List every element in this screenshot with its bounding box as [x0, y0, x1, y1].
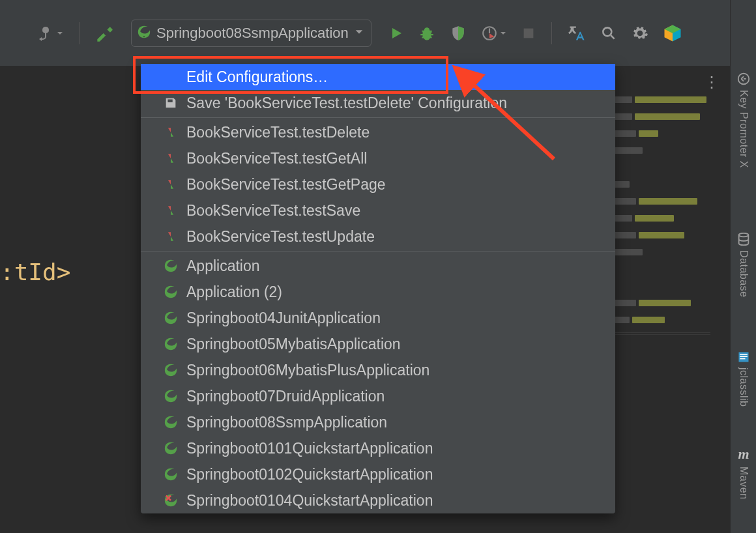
profiler-button[interactable] [478, 22, 510, 44]
jetbrains-toolbox-icon[interactable] [660, 21, 685, 46]
debug-button[interactable] [416, 22, 438, 44]
menu-run-config-app[interactable]: Springboot07DruidApplication [141, 383, 615, 409]
menu-run-config-app-error[interactable]: Springboot0104QuickstartApplication [141, 487, 615, 513]
svg-point-3 [603, 27, 611, 36]
vcs-button[interactable] [35, 23, 66, 44]
menu-run-config-app[interactable]: Springboot04JunitApplication [141, 305, 615, 331]
spring-error-icon [163, 493, 179, 508]
build-button[interactable] [93, 22, 117, 45]
menu-run-config-app[interactable]: Application [141, 253, 615, 279]
menu-run-config-app[interactable]: Springboot08SsmpApplication [141, 409, 615, 435]
menu-run-config-test[interactable]: BookServiceTest.testDelete [141, 119, 615, 145]
menu-item-label: BookServiceTest.testGetAll [186, 150, 367, 167]
menu-item-label: Springboot06MybatisPlusApplication [186, 362, 429, 379]
menu-item-label: Springboot0101QuickstartApplication [186, 440, 433, 457]
svg-rect-2 [523, 28, 533, 38]
menu-run-config-app[interactable]: Application (2) [141, 279, 615, 305]
spring-icon [163, 284, 179, 300]
svg-rect-8 [740, 356, 748, 357]
spring-icon [163, 362, 179, 378]
spring-icon [163, 440, 179, 456]
menu-item-label: Springboot0102QuickstartApplication [186, 466, 433, 483]
menu-run-config-app[interactable]: Springboot0101QuickstartApplication [141, 435, 615, 461]
svg-point-5 [739, 233, 749, 237]
menu-item-label: Springboot0104QuickstartApplication [186, 492, 433, 510]
menu-run-config-test[interactable]: BookServiceTest.testGetPage [141, 171, 615, 197]
chevron-down-icon [354, 27, 364, 40]
menu-run-config-app[interactable]: Springboot0102QuickstartApplication [141, 461, 615, 487]
spring-icon [163, 310, 179, 326]
menu-edit-configurations[interactable]: Edit Configurations… [141, 64, 615, 90]
menu-item-label: BookServiceTest.testDelete [186, 124, 370, 141]
run-config-label: Springboot08SsmpApplication [156, 25, 349, 42]
minimap-viewport [610, 332, 710, 335]
coverage-button[interactable] [447, 22, 469, 44]
save-icon [163, 95, 179, 111]
separator [80, 22, 80, 44]
menu-run-config-app[interactable]: Springboot06MybatisPlusApplication [141, 357, 615, 383]
more-menu-button[interactable]: ⋮ [704, 73, 721, 91]
menu-run-config-test[interactable]: BookServiceTest.testSave [141, 197, 615, 223]
run-config-selector[interactable]: Springboot08SsmpApplication [131, 20, 371, 47]
tool-window-maven[interactable]: m Maven [731, 446, 756, 500]
menu-run-config-app[interactable]: Springboot05MybatisApplication [141, 331, 615, 357]
menu-run-config-test[interactable]: BookServiceTest.testUpdate [141, 223, 615, 250]
svg-rect-9 [740, 358, 745, 360]
stop-button[interactable] [519, 23, 538, 43]
menu-item-label: BookServiceTest.testGetPage [186, 176, 386, 194]
settings-button[interactable] [629, 22, 651, 44]
spring-icon [163, 336, 179, 352]
menu-item-label: Springboot08SsmpApplication [186, 414, 387, 431]
tool-window-jclasslib[interactable]: jclasslib [731, 351, 756, 407]
right-tool-window-bar: Key Promoter X Database jclasslib m Mave… [730, 0, 756, 533]
menu-item-label: Springboot04JunitApplication [186, 310, 381, 327]
spring-icon [137, 25, 151, 42]
menu-item-label: Edit Configurations… [186, 68, 328, 86]
tool-window-key-promoter[interactable]: Key Promoter X [731, 72, 756, 168]
menu-save-configuration[interactable]: Save 'BookServiceTest.testDelete' Config… [141, 90, 615, 116]
code-minimap [610, 96, 710, 334]
menu-separator [141, 251, 615, 252]
menu-item-label: BookServiceTest.testSave [186, 202, 360, 220]
spring-icon [163, 388, 179, 404]
tool-window-database[interactable]: Database [731, 232, 756, 298]
test-icon [163, 203, 179, 218]
spring-icon [163, 258, 179, 274]
main-toolbar: Springboot08SsmpApplication [0, 0, 730, 66]
code-fragment: :tId> [0, 259, 70, 285]
spring-icon [163, 414, 179, 430]
search-button[interactable] [598, 22, 620, 44]
svg-point-0 [143, 36, 145, 37]
tool-window-label: Maven [738, 467, 749, 500]
menu-item-label: Application [186, 257, 260, 275]
run-button[interactable] [386, 23, 407, 44]
tool-window-label: Database [738, 250, 749, 298]
menu-item-label: Save 'BookServiceTest.testDelete' Config… [186, 94, 507, 112]
translate-button[interactable] [565, 22, 589, 45]
maven-icon: m [738, 446, 749, 463]
run-config-dropdown: Edit Configurations… Save 'BookServiceTe… [141, 64, 615, 513]
test-icon [163, 229, 179, 244]
spring-icon [163, 467, 179, 482]
svg-rect-7 [740, 354, 748, 355]
separator [551, 22, 552, 44]
menu-item-label: BookServiceTest.testUpdate [186, 228, 375, 246]
test-icon [163, 124, 179, 140]
menu-run-config-test[interactable]: BookServiceTest.testGetAll [141, 145, 615, 171]
tool-window-label: Key Promoter X [738, 90, 749, 168]
menu-item-label: Springboot05MybatisApplication [186, 336, 401, 353]
menu-item-label: Springboot07DruidApplication [186, 388, 385, 405]
test-icon [163, 177, 179, 192]
menu-separator [141, 117, 615, 118]
menu-item-label: Application (2) [186, 283, 282, 301]
test-icon [163, 151, 179, 166]
tool-window-label: jclasslib [738, 367, 749, 407]
